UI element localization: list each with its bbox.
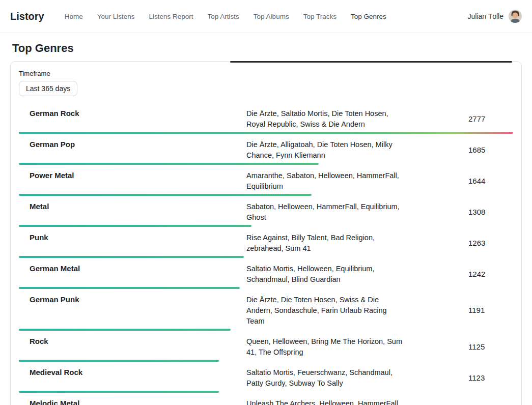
nav-item-top-tracks[interactable]: Top Tracks bbox=[296, 9, 344, 24]
genre-count: 1685 bbox=[462, 138, 513, 161]
user-name[interactable]: Julian Tölle bbox=[467, 12, 503, 20]
table-row: Punk Rise Against, Billy Talent, Bad Rel… bbox=[19, 228, 513, 259]
timeframe-select[interactable]: Last 365 days bbox=[19, 81, 77, 96]
nav-item-home[interactable]: Home bbox=[58, 9, 90, 24]
genre-name: Punk bbox=[19, 232, 240, 254]
genre-count: 1125 bbox=[462, 335, 513, 358]
genre-artists: Sabaton, Helloween, HammerFall, Equilibr… bbox=[240, 200, 404, 223]
genre-name: German Pop bbox=[19, 138, 240, 161]
genre-artists: Die Ärzte, Die Toten Hosen, Swiss & Die … bbox=[240, 294, 404, 327]
timeframe-label: Timeframe bbox=[19, 70, 513, 77]
genre-bar bbox=[19, 225, 251, 227]
nav-user: Julian Tölle bbox=[467, 10, 522, 23]
genre-name: Metal bbox=[19, 200, 240, 223]
genre-bar-fill bbox=[19, 256, 244, 258]
genre-bar-fill bbox=[19, 287, 240, 289]
genre-artists: Saltatio Mortis, Helloween, Equilibrium,… bbox=[240, 263, 404, 285]
genre-bar-fill bbox=[19, 225, 251, 227]
genre-name: Medieval Rock bbox=[19, 366, 240, 389]
nav-item-top-albums[interactable]: Top Albums bbox=[246, 9, 296, 24]
nav-item-top-artists[interactable]: Top Artists bbox=[201, 9, 246, 24]
genre-artists: Amaranthe, Sabaton, Helloween, HammerFal… bbox=[240, 169, 404, 192]
genres-table: German Rock Die Ärzte, Saltatio Mortis, … bbox=[19, 104, 513, 405]
table-row: Metal Sabaton, Helloween, HammerFall, Eq… bbox=[19, 197, 513, 228]
genre-artists: Die Ärzte, Alligatoah, Die Toten Hosen, … bbox=[240, 138, 404, 161]
page-title: Top Genres bbox=[12, 42, 522, 55]
genre-artists: Queen, Helloween, Bring Me The Horizon, … bbox=[240, 335, 404, 358]
table-row: German Metal Saltatio Mortis, Helloween,… bbox=[19, 259, 513, 290]
table-row: Rock Queen, Helloween, Bring Me The Hori… bbox=[19, 332, 513, 363]
genre-count: 2777 bbox=[462, 107, 513, 130]
genre-bar bbox=[19, 287, 240, 289]
genre-name: Power Metal bbox=[19, 169, 240, 192]
table-row: German Punk Die Ärzte, Die Toten Hosen, … bbox=[19, 290, 513, 332]
genre-artists: Die Ärzte, Saltatio Mortis, Die Toten Ho… bbox=[240, 107, 404, 130]
genre-artists: Unleash The Archers, Helloween, HammerFa… bbox=[240, 397, 404, 405]
card-top-rule bbox=[230, 61, 512, 63]
genre-bar bbox=[19, 194, 312, 196]
nav-item-your-listens[interactable]: Your Listens bbox=[90, 9, 142, 24]
table-row: Power Metal Amaranthe, Sabaton, Hellowee… bbox=[19, 166, 513, 197]
genre-count: 1644 bbox=[462, 169, 513, 192]
genre-bar-fill bbox=[19, 329, 231, 331]
genre-name: German Metal bbox=[19, 263, 240, 285]
genre-name: Rock bbox=[19, 335, 240, 358]
table-row: German Pop Die Ärzte, Alligatoah, Die To… bbox=[19, 135, 513, 166]
nav-links: Home Your Listens Listens Report Top Art… bbox=[58, 9, 468, 24]
avatar-image bbox=[509, 10, 522, 23]
genre-name: German Rock bbox=[19, 107, 240, 130]
avatar[interactable] bbox=[509, 10, 522, 23]
top-genres-card: Timeframe Last 365 days German Rock Die … bbox=[10, 61, 522, 405]
genre-name: Melodic Metal bbox=[19, 397, 240, 405]
page-content: Top Genres Timeframe Last 365 days Germa… bbox=[0, 42, 532, 405]
genre-count: 1191 bbox=[462, 294, 513, 327]
navbar: Listory Home Your Listens Listens Report… bbox=[0, 0, 532, 33]
genre-bar bbox=[19, 132, 513, 134]
genre-bar-fill bbox=[19, 132, 513, 134]
genre-count: 1002 bbox=[462, 397, 513, 405]
genre-bar bbox=[19, 329, 231, 331]
genre-artists: Rise Against, Billy Talent, Bad Religion… bbox=[240, 232, 404, 254]
genre-count: 1123 bbox=[462, 366, 513, 389]
genre-bar bbox=[19, 391, 219, 393]
nav-item-listens-report[interactable]: Listens Report bbox=[142, 9, 201, 24]
genre-bar-fill bbox=[19, 194, 312, 196]
genre-bar-fill bbox=[19, 360, 219, 362]
genre-bar bbox=[19, 163, 319, 165]
nav-item-top-genres[interactable]: Top Genres bbox=[344, 9, 394, 24]
table-row: Medieval Rock Saltatio Mortis, Feuerschw… bbox=[19, 363, 513, 394]
genre-count: 1308 bbox=[462, 200, 513, 223]
genre-artists: Saltatio Mortis, Feuerschwanz, Schandmau… bbox=[240, 366, 404, 389]
genre-bar bbox=[19, 360, 219, 362]
genre-bar-fill bbox=[19, 163, 319, 165]
genre-bar-fill bbox=[19, 391, 219, 393]
table-row: Melodic Metal Unleash The Archers, Hello… bbox=[19, 394, 513, 405]
genre-bar bbox=[19, 256, 244, 258]
genre-count: 1263 bbox=[462, 232, 513, 254]
brand-link[interactable]: Listory bbox=[10, 11, 44, 22]
genre-count: 1242 bbox=[462, 263, 513, 285]
genre-name: German Punk bbox=[19, 294, 240, 327]
table-row: German Rock Die Ärzte, Saltatio Mortis, … bbox=[19, 104, 513, 135]
